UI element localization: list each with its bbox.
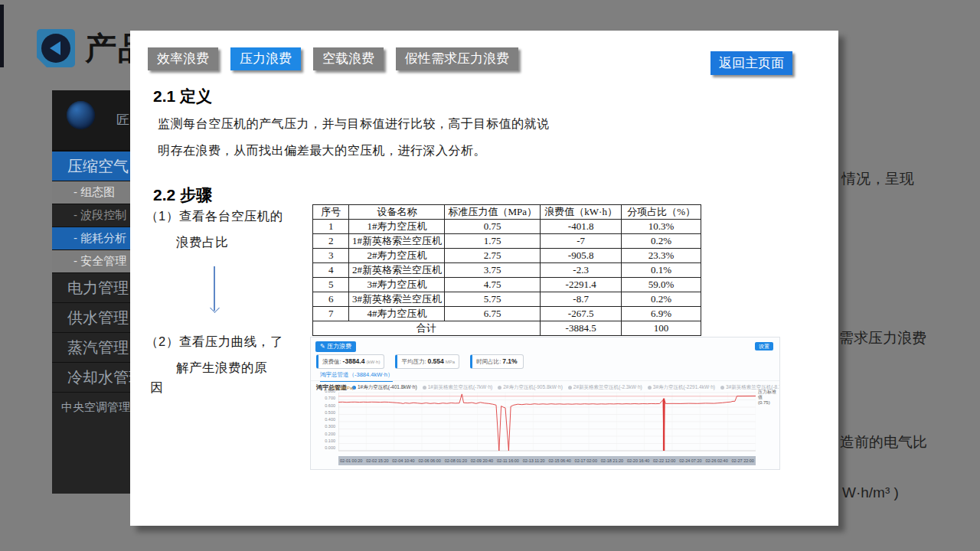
y-tick: 0.200 <box>315 432 335 436</box>
screen-edge-artifact <box>0 5 4 67</box>
table-row: 21#新英格索兰空压机1.75-70.2% <box>313 234 701 249</box>
standard-value-label: 压力标准值 (0.75) <box>758 390 779 406</box>
metric-card-0: 浪费值:-3884.4(kW·h) <box>316 354 384 369</box>
sidebar-item-2[interactable]: - 波段控制 <box>52 204 130 227</box>
y-tick: 0.800 <box>315 389 335 393</box>
waste-type-tabs: 效率浪费压力浪费空载浪费假性需求压力浪费 <box>148 47 518 70</box>
table-header-cell: 设备名称 <box>349 205 445 220</box>
return-home-button[interactable]: 返回主页面 <box>710 51 792 75</box>
y-tick: 0.100 <box>315 439 335 443</box>
settings-button[interactable]: 设置 <box>755 342 773 350</box>
table-cell: 1#新英格索兰空压机 <box>349 234 445 249</box>
table-cell: 2#寿力空压机 <box>349 249 445 263</box>
legend-item-0[interactable]: 1#寿力空压机(-401.8kW·h) <box>352 384 417 391</box>
table-cell: 1.75 <box>445 234 541 249</box>
table-cell: 0.1% <box>622 263 701 278</box>
tab-3[interactable]: 假性需求压力浪费 <box>396 47 518 70</box>
table-cell: 2.75 <box>445 249 541 263</box>
step2-text-line2: 解产生浪费的原 <box>176 360 267 377</box>
sidebar-item-3[interactable]: - 能耗分析 <box>52 227 130 249</box>
x-tick: 02-11 16:00 <box>497 458 519 463</box>
table-cell: -2.3 <box>541 263 622 278</box>
screenshot-title-button[interactable]: ✎ 压力浪费 <box>315 341 356 352</box>
y-tick: 0.700 <box>315 396 335 400</box>
sidebar-item-1[interactable]: - 组态图 <box>52 181 130 204</box>
x-tick: 02-24 07:20 <box>679 458 701 463</box>
table-header-cell: 标准压力值（MPa） <box>445 205 541 220</box>
y-tick: 0.400 <box>315 417 335 422</box>
table-cell: -905.8 <box>541 249 622 263</box>
x-tick: 02-13 11:20 <box>523 458 545 463</box>
x-tick: 02-22 12:00 <box>653 458 675 463</box>
definition-line2: 明存在浪费，从而找出偏差最大的空压机，进行深入分析。 <box>158 137 550 164</box>
table-cell: 6 <box>313 292 349 307</box>
tab-0[interactable]: 效率浪费 <box>148 47 218 70</box>
legend-dot-icon <box>648 386 652 390</box>
brand-logo-icon <box>67 101 95 129</box>
metric-card-1: 平均压力:0.554MPa <box>395 354 459 369</box>
step2-text-line3: 因 <box>150 380 163 396</box>
table-cell: 4 <box>313 263 349 278</box>
waste-table: 序号设备名称标准压力值（MPa）浪费值（kW·h）分项占比（%）11#寿力空压机… <box>312 204 701 336</box>
sidebar-item-5[interactable]: 电力管理 <box>52 272 130 302</box>
x-tick: 02-17 02:00 <box>575 458 597 463</box>
x-axis-scrollbar[interactable]: 02-01 00:2002-02 15:2002-04 10:4002-06 0… <box>338 456 756 465</box>
sidebar-logo-block: 匠 <box>52 90 130 151</box>
y-tick: 0.600 <box>315 403 335 408</box>
legend-item-3[interactable]: 2#新英格索兰空压机(-2.3kW·h) <box>568 384 642 391</box>
legend-dot-icon <box>498 386 501 390</box>
back-nav-button[interactable] <box>37 29 75 67</box>
metric-cards: 浪费值:-3884.4(kW·h)平均压力:0.554MPa时间占比:7.1% <box>316 354 524 369</box>
table-cell: 3#新英格索兰空压机 <box>349 292 445 307</box>
definition-line1: 监测每台空压机的产气压力，并与目标值进行比较，高于目标值的就说 <box>158 110 550 137</box>
x-tick: 02-02 15:20 <box>366 458 388 463</box>
table-cell: 10.3% <box>622 220 701 234</box>
x-tick: 02-09 20:40 <box>471 458 493 463</box>
legend-item-1[interactable]: 1#新英格索兰空压机(-7kW·h) <box>423 384 493 391</box>
table-cell: 4#寿力空压机 <box>349 307 445 321</box>
table-cell: 0.2% <box>622 292 701 307</box>
sidebar-item-7[interactable]: 蒸汽管理 <box>52 332 130 362</box>
table-row: 32#寿力空压机2.75-905.823.3% <box>313 249 701 263</box>
tab-1[interactable]: 压力浪费 <box>230 47 301 70</box>
table-row: 63#新英格索兰空压机5.75-8.70.2% <box>313 292 701 307</box>
legend-dot-icon <box>568 386 572 390</box>
x-tick: 02-20 16:40 <box>627 458 649 463</box>
x-tick: 02-04 10:40 <box>392 458 414 463</box>
down-arrow-icon <box>210 266 219 311</box>
sidebar-item-8[interactable]: 冷却水管理 <box>52 362 130 392</box>
pressure-waste-screenshot: ✎ 压力浪费 设置 浪费值:-3884.4(kW·h)平均压力:0.554MPa… <box>310 337 780 470</box>
table-cell: -267.5 <box>541 307 622 321</box>
back-arrow-icon <box>41 34 70 63</box>
table-cell: -3884.5 <box>541 321 622 336</box>
legend-item-4[interactable]: 3#寿力空压机(-2291.4kW·h) <box>648 384 715 391</box>
step1-text-line2: 浪费占比 <box>176 234 228 251</box>
x-tick: 02-01 00:20 <box>340 458 362 463</box>
x-tick: 02-15 06:40 <box>548 458 570 463</box>
sidebar-item-0[interactable]: 压缩空气 <box>52 151 130 181</box>
table-cell: -401.8 <box>541 220 622 234</box>
table-cell: 0.2% <box>622 234 701 249</box>
metric-card-2: 时间占比:7.1% <box>470 354 523 369</box>
sidebar-item-6[interactable]: 供水管理 <box>52 302 130 332</box>
sidebar-item-9[interactable]: 中央空调管理 <box>52 392 130 422</box>
table-cell: 2 <box>313 234 349 249</box>
x-tick: 02-27 22:00 <box>732 458 754 463</box>
table-cell: 3#寿力空压机 <box>349 278 445 292</box>
table-header-cell: 分项占比（%） <box>622 205 701 220</box>
tab-2[interactable]: 空载浪费 <box>313 47 384 70</box>
table-cell: 23.3% <box>622 249 701 263</box>
table-cell: 1#寿力空压机 <box>349 220 445 234</box>
legend-item-2[interactable]: 2#寿力空压机(-905.8kW·h) <box>498 384 563 391</box>
table-header-cell: 浪费值（kW·h） <box>541 205 622 220</box>
x-tick: 02-26 02:40 <box>705 458 727 463</box>
table-cell: 6.9% <box>622 307 701 321</box>
clipped-text-fragment: 需求压力浪费 <box>839 328 926 348</box>
table-cell: 59.0% <box>622 278 701 292</box>
sidebar-item-4[interactable]: - 安全管理 <box>52 249 130 272</box>
clipped-text-fragment: 造前的电气比 <box>840 432 927 452</box>
table-row: 11#寿力空压机0.75-401.810.3% <box>313 220 701 234</box>
table-cell: 4.75 <box>445 278 541 292</box>
x-tick: 02-18 21:20 <box>601 458 623 463</box>
definition-paragraph: 监测每台空压机的产气压力，并与目标值进行比较，高于目标值的就说 明存在浪费，从而… <box>158 110 550 164</box>
